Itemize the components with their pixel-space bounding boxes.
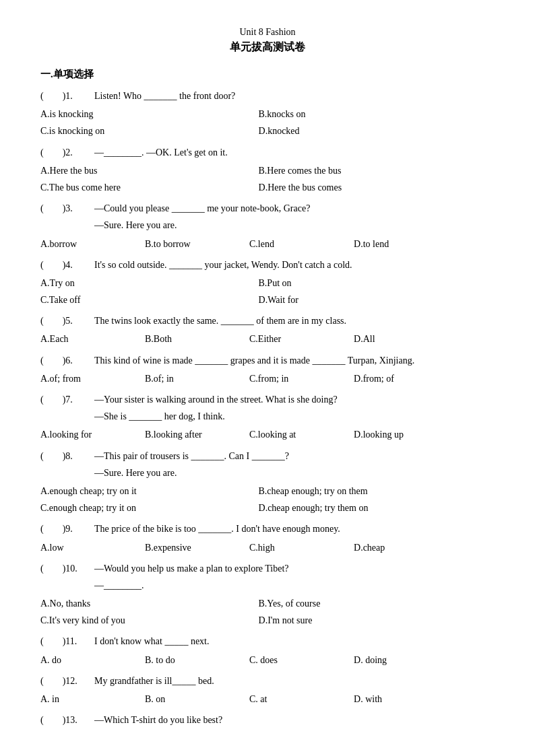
options-row-1: A.is knockingB.knocks onC.is knocking on… xyxy=(40,106,495,139)
question-13: ( )13.—Which T-shirt do you like best? xyxy=(40,712,495,728)
question-11: ( )11.I don't know what _____ next.A. do… xyxy=(40,633,495,668)
option-1-C: C.is knocking on xyxy=(40,123,259,139)
question-text-10: —Would you help us make a plan to explor… xyxy=(94,560,495,577)
question-num-13: ( )13. xyxy=(40,712,94,728)
option-11-A: A. do xyxy=(40,652,145,668)
option-8-C: C.enough cheap; try it on xyxy=(40,500,259,516)
option-1-B: B.knocks on xyxy=(259,106,477,123)
question-text-6: This kind of wine is made _______ grapes… xyxy=(94,352,495,369)
option-6-B: B.of; in xyxy=(145,370,249,387)
title-cn: 单元拔高测试卷 xyxy=(40,40,495,55)
questions-container: ( )1.Listen! Who _______ the front door?… xyxy=(40,88,495,728)
question-line-13: ( )13.—Which T-shirt do you like best? xyxy=(40,712,495,728)
question-text-4: It's so cold outside. _______ your jacke… xyxy=(94,256,495,273)
question-line-4: ( )4.It's so cold outside. _______ your … xyxy=(40,256,495,273)
option-8-B: B.cheap enough; try on them xyxy=(259,483,477,500)
question-text-13: —Which T-shirt do you like best? xyxy=(94,712,495,728)
title-en: Unit 8 Fashion xyxy=(40,27,495,38)
option-2-B: B.Here comes the bus xyxy=(259,162,477,179)
option-3-B: B.to borrow xyxy=(145,236,249,252)
option-6-D: D.from; of xyxy=(354,370,458,387)
question-line-2: ( )2.—________. —OK. Let's get on it. xyxy=(40,144,495,161)
question-1: ( )1.Listen! Who _______ the front door?… xyxy=(40,88,495,140)
question-line-12: ( )12.My grandfather is ill_____ bed. xyxy=(40,673,495,689)
question-line-1: ( )1.Listen! Who _______ the front door? xyxy=(40,88,495,104)
question-line-7: ( )7.—Your sister is walking around in t… xyxy=(40,391,495,408)
question-num-12: ( )12. xyxy=(40,673,94,689)
question-num-6: ( )6. xyxy=(40,352,94,369)
question-num-7: ( )7. xyxy=(40,391,94,408)
question-text-3: —Could you please _______ me your note-b… xyxy=(94,200,495,217)
option-6-C: C.from; in xyxy=(249,370,354,387)
options-row-3: A.borrowB.to borrowC.lendD.to lend xyxy=(40,236,495,252)
options-row-6: A.of; fromB.of; inC.from; inD.from; of xyxy=(40,370,495,387)
option-3-A: A.borrow xyxy=(40,236,145,252)
option-7-C: C.looking at xyxy=(249,426,354,443)
option-11-B: B. to do xyxy=(145,652,249,668)
options-row-11: A. doB. to doC. doesD. doing xyxy=(40,652,495,668)
question-num-11: ( )11. xyxy=(40,633,94,650)
question-text-2: —________. —OK. Let's get on it. xyxy=(94,144,495,161)
option-8-A: A.enough cheap; try on it xyxy=(40,483,259,500)
option-1-D: D.knocked xyxy=(259,123,477,139)
section1-title: 一.单项选择 xyxy=(40,68,495,81)
question-line-3: ( )3.—Could you please _______ me your n… xyxy=(40,200,495,217)
question-12: ( )12.My grandfather is ill_____ bed.A. … xyxy=(40,673,495,708)
option-8-D: D.cheap enough; try them on xyxy=(259,500,477,516)
option-12-C: C. at xyxy=(249,691,354,708)
question-5: ( )5.The twins look exactly the same. __… xyxy=(40,312,495,347)
question-text-7: —Your sister is walking around in the st… xyxy=(94,391,495,408)
option-6-A: A.of; from xyxy=(40,370,145,387)
option-11-D: D. doing xyxy=(354,652,458,668)
options-row-12: A. inB. onC. atD. with xyxy=(40,691,495,708)
option-9-A: A.low xyxy=(40,539,145,556)
options-row-2: A.Here the busB.Here comes the busC.The … xyxy=(40,162,495,196)
option-5-D: D.All xyxy=(354,331,458,347)
option-9-C: C.high xyxy=(249,539,354,556)
question-line-8: ( )8.—This pair of trousers is _______. … xyxy=(40,448,495,465)
question-text-8: —This pair of trousers is _______. Can I… xyxy=(94,448,495,465)
option-10-A: A.No, thanks xyxy=(40,595,259,612)
question-num-9: ( )9. xyxy=(40,520,94,537)
option-1-A: A.is knocking xyxy=(40,106,259,123)
question-10: ( )10.—Would you help us make a plan to … xyxy=(40,560,495,629)
option-12-B: B. on xyxy=(145,691,249,708)
question-subtext-3: —Sure. Here you are. xyxy=(40,217,495,234)
question-line-6: ( )6.This kind of wine is made _______ g… xyxy=(40,352,495,369)
option-9-D: D.cheap xyxy=(354,539,458,556)
question-2: ( )2.—________. —OK. Let's get on it.A.H… xyxy=(40,144,495,197)
question-num-8: ( )8. xyxy=(40,448,94,465)
question-9: ( )9.The price of the bike is too ______… xyxy=(40,520,495,555)
title-area: Unit 8 Fashion 单元拔高测试卷 xyxy=(40,27,495,55)
option-10-C: C.It's very kind of you xyxy=(40,612,259,629)
question-subtext-10: —________. xyxy=(40,577,495,594)
option-7-B: B.looking after xyxy=(145,426,249,443)
question-line-10: ( )10.—Would you help us make a plan to … xyxy=(40,560,495,577)
option-2-A: A.Here the bus xyxy=(40,162,259,179)
question-6: ( )6.This kind of wine is made _______ g… xyxy=(40,352,495,387)
question-num-1: ( )1. xyxy=(40,88,94,104)
option-10-B: B.Yes, of course xyxy=(259,595,477,612)
question-text-12: My grandfather is ill_____ bed. xyxy=(94,673,495,689)
question-text-9: The price of the bike is too _______. I … xyxy=(94,520,495,537)
options-row-9: A.lowB.expensiveC.highD.cheap xyxy=(40,539,495,556)
question-subtext-8: —Sure. Here you are. xyxy=(40,465,495,481)
option-10-D: D.I'm not sure xyxy=(259,612,477,629)
option-2-D: D.Here the bus comes xyxy=(259,179,477,196)
option-5-A: A.Each xyxy=(40,331,145,347)
question-3: ( )3.—Could you please _______ me your n… xyxy=(40,200,495,252)
options-row-4: A.Try onB.Put onC.Take offD.Wait for xyxy=(40,275,495,308)
option-3-D: D.to lend xyxy=(354,236,458,252)
options-row-8: A.enough cheap; try on itB.cheap enough;… xyxy=(40,483,495,516)
options-row-7: A.looking forB.looking afterC.looking at… xyxy=(40,426,495,443)
option-9-B: B.expensive xyxy=(145,539,249,556)
option-7-A: A.looking for xyxy=(40,426,145,443)
question-num-5: ( )5. xyxy=(40,312,94,329)
option-5-B: B.Both xyxy=(145,331,249,347)
option-7-D: D.looking up xyxy=(354,426,458,443)
question-text-1: Listen! Who _______ the front door? xyxy=(94,88,495,104)
option-5-C: C.Either xyxy=(249,331,354,347)
question-line-9: ( )9.The price of the bike is too ______… xyxy=(40,520,495,537)
question-num-4: ( )4. xyxy=(40,256,94,273)
option-12-A: A. in xyxy=(40,691,145,708)
